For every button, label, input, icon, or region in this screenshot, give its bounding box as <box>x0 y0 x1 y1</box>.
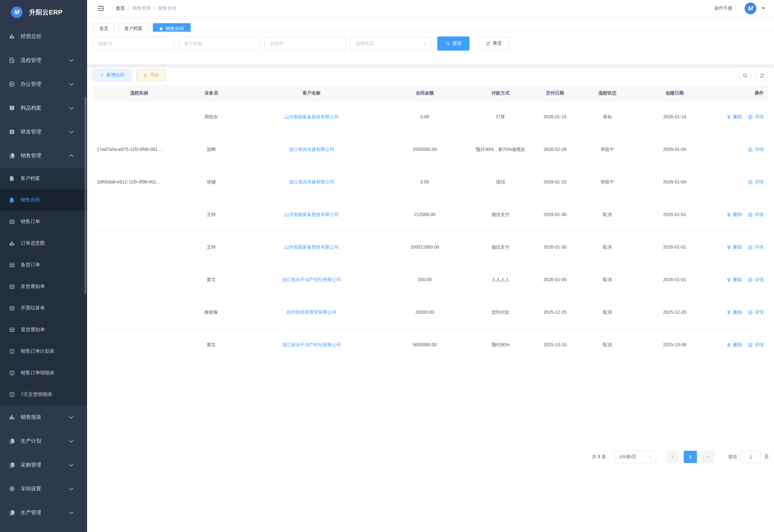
table-refresh-button[interactable] <box>756 69 768 82</box>
page-size-select[interactable]: 100条/页 <box>614 451 656 463</box>
detail-label: 详情 <box>755 243 764 251</box>
column-search-button[interactable] <box>739 69 751 82</box>
app-title: 升阳云ERP <box>29 8 63 17</box>
chevron-down-icon <box>68 57 74 64</box>
sidebar-scrollbar[interactable] <box>84 97 86 294</box>
goto-page-input[interactable] <box>740 451 761 463</box>
trash-icon <box>726 212 731 217</box>
goto-label: 前往 <box>728 454 737 460</box>
sidebar-item[interactable]: 销售管理 <box>0 144 87 168</box>
sidebar-sub-item[interactable]: 开票结算单 <box>0 297 87 319</box>
sidebar-sub-item[interactable]: 备货订单 <box>0 254 87 276</box>
cell-operations: 删除详情 <box>709 113 768 121</box>
delete-button[interactable]: 删除 <box>726 276 742 284</box>
sidebar-sub-item[interactable]: 退货通知单 <box>0 319 87 340</box>
tag-item-active[interactable]: 销售合同 <box>153 23 191 32</box>
customer-link[interactable]: 浙江裕兴传媒有限公司 <box>289 179 334 184</box>
cell-status: 取消 <box>574 276 640 284</box>
delete-button[interactable]: 删除 <box>726 341 742 349</box>
cell-operations: 删除详情 <box>709 309 768 316</box>
avatar[interactable]: M <box>745 3 756 14</box>
bar-chart-icon <box>9 414 15 420</box>
page-number-button[interactable]: 1 <box>684 451 697 463</box>
reset-button[interactable]: 重置 <box>478 36 510 51</box>
breadcrumb-item[interactable]: 销售管理 <box>133 5 151 11</box>
detail-button[interactable]: 详情 <box>748 276 764 284</box>
sidebar-menu: 经营总控流程管理办公管理料品档案研发管理销售管理客户档案销售合同销售订单订单进度… <box>0 25 87 532</box>
status-select[interactable]: 流程状态 <box>350 36 432 51</box>
top-navbar: 首页/销售管理/销售合同 操作手册 M <box>87 0 774 17</box>
sidebar-sub-item[interactable]: 客户档案 <box>0 168 87 189</box>
breadcrumb-item[interactable]: 销售合同 <box>158 5 176 11</box>
add-contract-button[interactable]: 新增合同 <box>93 69 131 81</box>
cell-payment: 人人人人 <box>465 276 536 284</box>
detail-label: 详情 <box>755 276 764 284</box>
sidebar-item[interactable]: 采购管理 <box>0 453 87 477</box>
sidebar-sub-item-active[interactable]: 销售合同 <box>0 189 87 211</box>
search-button[interactable]: 搜索 <box>437 36 470 51</box>
customer-link[interactable]: 杭州旺旺旺商贸有限公司 <box>287 310 336 315</box>
sidebar-item[interactable]: 生产管理 <box>0 501 87 525</box>
cell-salesman: 黄文 <box>184 341 239 349</box>
sidebar-item[interactable]: 料品档案 <box>0 96 87 120</box>
customer-link[interactable]: 浙江裕兴传媒有限公司 <box>289 147 334 152</box>
next-page-button[interactable] <box>701 451 715 463</box>
salesman-input[interactable] <box>93 36 174 51</box>
cell-operations: 详情 <box>709 178 768 186</box>
filter-panel: 流程状态 搜索 重置 <box>87 32 774 64</box>
delete-button[interactable]: 删除 <box>726 211 742 219</box>
rd-icon <box>9 129 15 135</box>
customer-link[interactable]: 浙江裕兴不动产经纪有限公司 <box>282 277 341 282</box>
column-header: 流程状态 <box>574 89 640 97</box>
customer-name-input[interactable] <box>179 36 260 51</box>
customer-link[interactable]: 山河智能装备股份有限公司 <box>284 244 339 250</box>
export-button[interactable]: 导出 <box>136 69 166 81</box>
chevron-down-icon <box>68 81 74 87</box>
cell-amount: 200.00 <box>384 276 465 284</box>
caret-down-icon[interactable] <box>762 7 765 9</box>
detail-button[interactable]: 详情 <box>748 146 764 153</box>
detail-button[interactable]: 详情 <box>748 113 764 121</box>
delete-button[interactable]: 删除 <box>726 309 742 316</box>
tag-item[interactable]: 首页 <box>94 23 114 32</box>
table-row: 黄文浙江裕兴不动产经纪有限公司200.00人人人人2026-01-05取消202… <box>93 264 768 296</box>
sidebar-sub-item[interactable]: 销售订单 <box>0 211 87 232</box>
detail-button[interactable]: 详情 <box>748 243 764 251</box>
sidebar-collapse-icon[interactable] <box>97 5 104 12</box>
sidebar-sub-item[interactable]: 发货通知单 <box>0 276 87 297</box>
breadcrumb-item[interactable]: 首页 <box>116 5 125 11</box>
sidebar-sub-item[interactable]: 7天交货明细表 <box>0 384 87 405</box>
detail-button[interactable]: 详情 <box>748 309 764 316</box>
tag-item[interactable]: 客户档案 <box>119 23 148 32</box>
sidebar-item[interactable]: 销售报表 <box>0 405 87 429</box>
detail-button[interactable]: 详情 <box>748 341 764 349</box>
customer-link[interactable]: 山河智能装备股份有限公司 <box>284 212 339 217</box>
arrow-right-icon <box>706 455 710 459</box>
sidebar-item[interactable]: 办公管理 <box>0 72 87 96</box>
delete-button[interactable]: 删除 <box>726 113 742 121</box>
sidebar-item[interactable]: 生产计划 <box>0 429 87 453</box>
detail-button[interactable]: 详情 <box>748 211 764 219</box>
contracts-table: 流程实例业务员客户名称合同金额付款方式交付日期流程状态创建日期操作 周桂东山河智… <box>93 85 768 361</box>
customer-link[interactable]: 山河智能装备股份有限公司 <box>284 114 339 119</box>
sidebar-item[interactable]: 流程管理 <box>0 48 87 72</box>
sidebar-sub-item[interactable]: 订单进度图 <box>0 232 87 254</box>
sidebar-item[interactable]: 经营总控 <box>0 25 87 48</box>
detail-icon <box>748 180 753 185</box>
table-row: 周桂东山河智能装备股份有限公司0.00打算2026-01-15草稿2026-01… <box>93 101 768 133</box>
delete-button[interactable]: 删除 <box>726 243 742 251</box>
manual-link[interactable]: 操作手册 <box>714 5 732 11</box>
sidebar-sub-item[interactable]: 销售订单计划表 <box>0 340 87 362</box>
cell-process-instance: 17ed7a3a-e975-11f0-8f96-001… <box>93 146 184 153</box>
sidebar-item[interactable]: 车间设置 <box>0 477 87 501</box>
sidebar-item[interactable]: 加工车间 <box>0 525 87 532</box>
sidebar-sub-item[interactable]: 销售订单明细表 <box>0 362 87 384</box>
detail-button[interactable]: 详情 <box>748 178 764 186</box>
cell-salesman: 黄文 <box>184 276 239 284</box>
active-dot-icon <box>160 27 163 30</box>
sidebar-item[interactable]: 研发管理 <box>0 120 87 144</box>
column-header: 流程实例 <box>93 89 184 97</box>
contract-no-input[interactable] <box>264 36 346 51</box>
customer-link[interactable]: 浙江裕兴不动产经纪有限公司 <box>282 342 341 347</box>
prev-page-button[interactable] <box>666 451 679 463</box>
